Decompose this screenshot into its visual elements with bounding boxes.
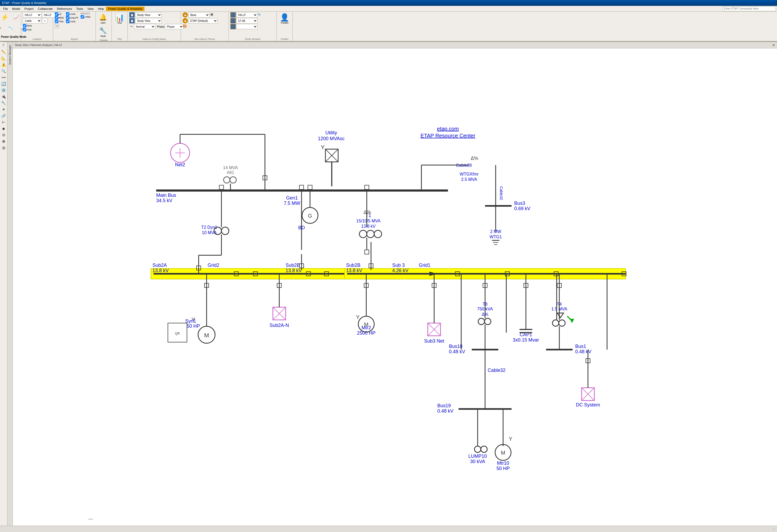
menu-file[interactable]: File [1,7,10,11]
rms-checkbox[interactable] [23,24,26,27]
plot-btn[interactable]: 📊 Plot [114,12,125,25]
menu-collaborate[interactable]: Collaborate [36,7,55,11]
sidebar-icon-measure[interactable]: 📐 [1,55,7,61]
report-expand-btn[interactable]: ↗ [55,24,59,28]
cap1-mvar: 3x0.15 Mvar [513,337,539,343]
thd2-checkbox[interactable] [55,20,58,23]
pq-mode-btn1[interactable]: ⚡ [0,12,10,22]
main-bus-label: Main Bus [156,192,176,198]
unit2-checkbox[interactable] [66,20,70,23]
wizard-icon3[interactable]: 👤 [230,24,236,29]
predict-btn[interactable]: 👤 Predict [279,12,290,25]
mtr2-y: Y [356,314,359,320]
wizard-refresh-btn[interactable]: ↻ [258,13,262,17]
canvas-close-btn[interactable]: ✕ [772,43,775,47]
sidebar-icon-globe[interactable]: ⊙ [1,132,7,138]
sidebar-icon-draw[interactable]: ✏️ [1,49,7,55]
study-view-dropdown1[interactable]: Study View [135,12,162,18]
mtr2-hp: 2500 HP [357,330,375,336]
main-area: 🖱️ ✏️ 📐 ⚠️ 🔍 〰️ 🔄 ⚙️ 🔌 🔧 ≡ 🔗 ⊢ ◈ ⊙ ⊗ ◎ S… [0,42,777,526]
palette-icon[interactable]: 🎨 [183,24,188,29]
pq-mode-btn3[interactable]: 〰️ [0,23,5,33]
rev-data-label: Rev Data & Theme [195,37,215,40]
bus19-label: Bus19 [437,403,451,408]
theme-dropdown[interactable]: ETAP (Default) [188,18,218,23]
sidebar-icon-cursor[interactable]: 🖱️ [1,42,7,48]
study-view-icon2[interactable]: 📋 [129,18,135,23]
study-view-dropdown2[interactable]: Study View [135,18,162,23]
tools-btn[interactable]: 🔧 Tools [97,25,109,38]
pq-mode-btn4[interactable]: 📉 [5,23,16,33]
main-bus-voltage: 34.5 kV [156,198,173,203]
menu-references[interactable]: References [55,7,74,11]
ribbon-group-plot: 📊 Plot Plot [112,12,128,41]
rev-data-icon[interactable]: ⊕ [210,12,216,18]
ribbon-group-study-wizards: 👤 HA-LF ↻ 👤 LF-All 👤 [229,12,277,41]
sidebar-icon-light[interactable]: ◈ [1,126,7,131]
mtr2-m: M [364,321,368,327]
ribbon-group-views: 📋 Study View 📋 Study View 〜 Normal [128,12,181,41]
ampf-checkbox[interactable] [66,16,70,19]
normal-dropdown[interactable]: Normal [134,24,155,29]
lump10-label: LUMP10 [468,453,487,459]
sidebar-icon-wrench[interactable]: 🔧 [1,100,7,106]
predict-label: Predict [281,37,288,40]
sidebar-icon-power[interactable]: 🔌 [1,94,7,100]
menu-model[interactable]: Model [10,7,22,11]
etap-resource-link[interactable]: ETAP Resource Center [421,133,475,139]
pq-mode-btn2[interactable]: 📈 [11,12,22,22]
plot-label: Plot [118,37,122,40]
sidebar-icon-search[interactable]: 🔍 [1,68,7,74]
sidebar-icon-chart[interactable]: 〰️ [1,75,7,80]
unit-checkbox[interactable] [66,12,70,16]
wtg1-label: WTG1 [489,235,502,239]
sub3net-label: Sub3 Net [424,339,444,344]
sidebar-icon-extra1[interactable]: ⊗ [1,138,7,144]
alt1-label: 14 MVA [223,165,238,170]
wizard-icon2[interactable]: 👤 [230,18,236,23]
t1-kv: 13.8 kV [361,224,375,229]
analysis-dropdown1[interactable]: HA-LF [23,12,41,18]
bus1-voltage: 0.48 kV [575,349,591,354]
menu-pq[interactable]: Power Quality & Reliability [106,7,144,11]
sidebar-icon-settings[interactable]: ⚙️ [1,87,7,93]
sv-checkbox[interactable] [55,12,58,16]
thd-checkbox[interactable] [23,28,26,31]
system-manager-tab[interactable]: System Manager [7,42,13,526]
rms2-checkbox[interactable] [55,16,58,19]
study-view-icon1[interactable]: 📋 [129,12,135,18]
command-search[interactable] [723,6,776,11]
menu-view[interactable]: View [85,7,96,11]
trd-checkbox[interactable] [81,15,84,19]
utility-mva: 1200 MVAsc [318,136,345,141]
wizard-dropdown1[interactable]: HA-LF [236,12,257,18]
wizard-dropdown3[interactable] [236,24,257,29]
analysis-label: Analysis [33,37,42,40]
sub2b-right-label: Sub2B [346,263,360,268]
mtr10-label: Mtr10 [497,460,509,466]
analysis-dropdown3[interactable]: Cable [23,18,41,23]
sidebar-icon-extra2[interactable]: ◎ [1,145,7,151]
sub3-voltage: 4.26 kV [392,268,409,273]
wizard-dropdown2[interactable]: LF-All [236,18,257,23]
sidebar-icon-link[interactable]: 🔗 [1,113,7,119]
base-dropdown[interactable]: Base [188,12,210,18]
sidebar-icon-warning[interactable]: ⚠️ [1,62,7,68]
theme-icon: ◉ [183,18,188,23]
menu-project[interactable]: Project [22,7,36,11]
menu-help[interactable]: Help [96,7,106,11]
sidebar-icon-list[interactable]: ≡ [1,106,7,112]
t1-mva: 15/10/5 MVA [356,219,380,223]
analysis-icon-btn[interactable]: □ [42,18,47,23]
canvas-content[interactable]: etap.com ETAP Resource Center Net2 14 MV… [13,48,777,526]
rms2-checkbox-label: RMS [55,16,64,19]
menu-tools[interactable]: Tools [74,7,85,11]
gen1-mw: 7.5 MW [284,201,300,206]
bus1-label: Bus1 [575,344,586,349]
sidebar-icon-ruler[interactable]: ⊢ [1,119,7,125]
wizard-icon1[interactable]: 👤 [230,12,236,18]
sidebar-icon-refresh[interactable]: 🔄 [1,81,7,87]
alert-btn[interactable]: 🔔 Alert [97,12,109,25]
etap-link[interactable]: etap.com [437,126,459,132]
dc-system-label: DC System [576,402,600,407]
